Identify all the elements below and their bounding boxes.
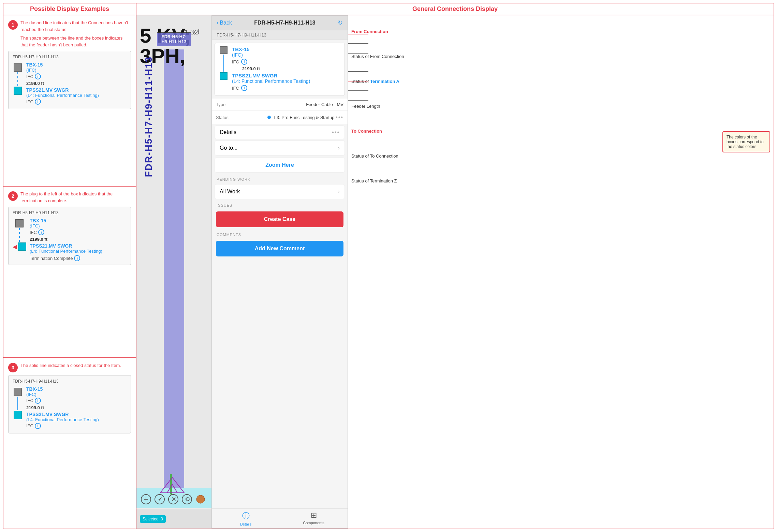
to-sub-1: (L4: Functional Performance Testing): [26, 93, 127, 98]
from-box-1: [14, 63, 22, 72]
add-comment-btn-row: Add New Comment: [212, 238, 348, 259]
tab-details[interactable]: ⓘ Details: [212, 511, 280, 526]
phone-line-blue: [223, 55, 224, 72]
ann-status-from: Status of From Connection: [351, 54, 404, 59]
feeder-card-2-title: FDR-H5-H7-H9-H11-H13: [13, 210, 127, 215]
phone-length: 2199.0 ft: [242, 66, 340, 71]
add-comment-button[interactable]: Add New Comment: [216, 241, 343, 256]
feeder-label-box: FDR-H5-H7-H9-H11-H13: [157, 32, 191, 46]
connection-visual-3: [13, 386, 23, 419]
goto-row[interactable]: Go to... ›: [215, 141, 345, 156]
create-case-button[interactable]: Create Case: [216, 211, 343, 227]
refresh-icon[interactable]: ↻: [338, 19, 343, 27]
phone-from-box: [220, 46, 228, 54]
header-row: Possible Display Examples General Connec…: [3, 3, 774, 15]
example-1-desc1: The dashed line indicates that the Conne…: [20, 19, 131, 33]
svg-text:✔: ✔: [158, 496, 162, 502]
bottom-symbol-svg: [157, 474, 188, 494]
plug-icon: ◀: [13, 243, 17, 250]
ann-to-connection: To Connection: [351, 129, 404, 134]
zoom-here-button[interactable]: Zoom Here: [215, 158, 345, 173]
details-tab-icon: ⓘ: [242, 511, 250, 521]
from-name-2: TBX-15: [30, 218, 127, 223]
to-name-3: TPSS21.MV SWGR: [26, 412, 127, 417]
svg-text:⟲: ⟲: [185, 496, 190, 503]
details-row: Details •••: [215, 125, 345, 139]
phone-from-sub: (IFC): [232, 52, 340, 58]
to-box-1: [14, 87, 22, 95]
feeder-card-1: FDR-H5-H7-H9-H11-H13 TBX-15 (IFC) IFC: [8, 51, 131, 109]
conn-row: TBX-15 (IFC) IFC i 2199.0 ft TPSS21.MV S…: [219, 46, 340, 92]
feeder-card-1-title: FDR-H5-H7-H9-H11-H13: [13, 55, 127, 59]
example-section-3: 3 The solid line indicates a closed stat…: [3, 358, 136, 529]
connection-visual-2: ◀: [13, 218, 26, 251]
back-button[interactable]: ‹ Back: [217, 20, 232, 26]
info-circle-1[interactable]: i: [35, 73, 41, 79]
status-label: Status: [216, 115, 243, 120]
phone-connection-info: TBX-15 (IFC) IFC i 2199.0 ft TPSS21.MV S…: [232, 46, 340, 92]
svg-marker-1: [167, 484, 177, 493]
ann-status-to: Status of To Connection: [351, 153, 404, 159]
components-tab-icon: ⊞: [311, 511, 317, 520]
details-tab-label: Details: [240, 522, 252, 526]
diagram-area: 5 KV; 3PH, 21 3Ø FDR-H5-H7-H9-H11-H13 FD…: [136, 15, 211, 529]
to-ifc-row-3: IFC i: [26, 423, 127, 429]
feeder-card-1-content: TBX-15 (IFC) IFC i 2199.0 ft TPSS21.MV S…: [13, 62, 127, 105]
svg-point-11: [196, 495, 205, 503]
to-name-1: TPSS21.MV SWGR: [26, 87, 127, 93]
annotations-panel: The colors of the boxes correspond to th…: [348, 15, 774, 529]
phone-from-name: TBX-15: [232, 46, 340, 52]
issues-header: ISSUES: [212, 201, 348, 209]
phone-to-info-circle[interactable]: i: [241, 85, 247, 91]
conn-box-area: [219, 46, 229, 80]
feeder-card-3-content: TBX-15 (IFC) IFC i 2199.0 ft TPSS21.MV S…: [13, 386, 127, 430]
all-work-row[interactable]: All Work ›: [215, 184, 345, 199]
to-info-circle-1[interactable]: i: [35, 99, 41, 105]
example-section-1: 1 The dashed line indicates that the Con…: [3, 15, 136, 187]
example-2-desc: The plug to the left of the box indicate…: [20, 191, 131, 204]
phone-panel: ‹ Back FDR-H5-H7-H9-H11-H13 ↻ FDR-H5-H7-…: [211, 15, 348, 529]
svg-text:✕: ✕: [171, 496, 176, 503]
type-value: Feeder Cable - MV: [243, 102, 343, 107]
info-circle-3[interactable]: i: [35, 398, 41, 404]
phone-from-info-circle[interactable]: i: [241, 59, 247, 65]
right-panel-title: General Connections Display: [412, 5, 498, 12]
right-annotations: From Connection Status of From Connectio…: [351, 29, 404, 194]
bullet-2: 2: [8, 191, 18, 201]
type-row: Type Feeder Cable - MV: [212, 99, 348, 111]
from-name-1: TBX-15: [26, 62, 127, 68]
info-circle-2[interactable]: i: [38, 229, 44, 235]
connection-visual-1: [13, 62, 23, 95]
selected-badge: Selected: 0: [140, 515, 166, 523]
length-2: 2199.0 ft: [30, 237, 127, 242]
to-ifc-row-1: IFC i: [26, 99, 127, 105]
term-info-circle-2[interactable]: i: [74, 255, 80, 261]
create-case-btn-row: Create Case: [212, 209, 348, 230]
to-box-2: [18, 242, 26, 251]
from-name-3: TBX-15: [26, 386, 127, 392]
status-three-dots[interactable]: •••: [336, 114, 343, 120]
feeder-card-2-content: ◀ TBX-15 (IFC) IFC i 2199.0 ft: [13, 218, 127, 261]
to-info-circle-3[interactable]: i: [35, 423, 41, 429]
phone-to-ifc: IFC i: [232, 85, 340, 91]
main-content: 1 The dashed line indicates that the Con…: [3, 15, 774, 529]
status-value: L3: Pre Func Testing & Startup •••: [243, 114, 343, 120]
ann-status-term-a: Status of Termination A: [351, 79, 404, 84]
details-three-dots[interactable]: •••: [332, 129, 340, 135]
example-1-header: 1 The dashed line indicates that the Con…: [8, 19, 131, 48]
to-box-3: [14, 411, 22, 419]
feeder-card-3: FDR-H5-H7-H9-H11-H13 TBX-15 (IFC) IFC: [8, 375, 131, 433]
phone-to-sub: (L4: Functional Performance Testing): [232, 78, 340, 84]
goto-chevron-icon: ›: [338, 145, 340, 151]
bullet-1: 1: [8, 20, 18, 30]
feeder-card-2: FDR-H5-H7-H9-H11-H13 ◀ TBX-15: [8, 207, 131, 265]
header-right: General Connections Display: [136, 3, 774, 15]
phone-header: ‹ Back FDR-H5-H7-H9-H11-H13 ↻: [212, 16, 348, 30]
phone-title: FDR-H5-H7-H9-H11-H13: [254, 20, 316, 26]
from-sub-1: (IFC): [26, 68, 127, 73]
tab-components[interactable]: ⊞ Components: [280, 511, 348, 526]
zoom-here-text: Zoom Here: [265, 162, 294, 168]
ann-feeder-length: Feeder Length: [351, 104, 404, 109]
pending-work-header: PENDING WORK: [212, 175, 348, 183]
example-3-header: 3 The solid line indicates a closed stat…: [8, 362, 131, 372]
